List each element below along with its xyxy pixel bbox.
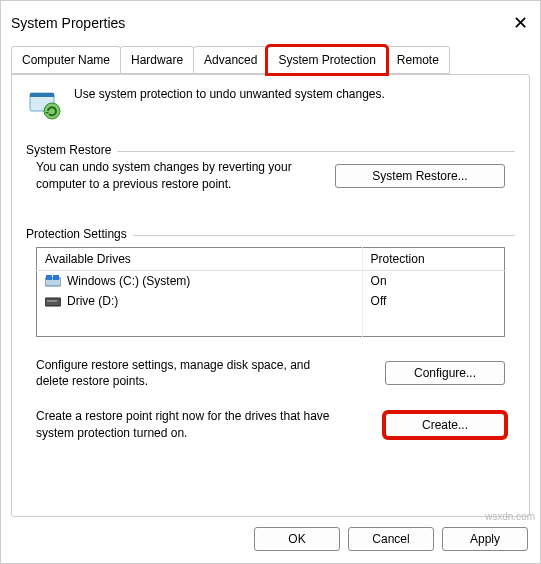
- apply-button[interactable]: Apply: [442, 527, 528, 551]
- dialog-footer: OK Cancel Apply: [1, 517, 540, 563]
- window-title: System Properties: [11, 15, 125, 31]
- tab-advanced[interactable]: Advanced: [193, 46, 268, 74]
- drive-name-label: Windows (C:) (System): [67, 274, 190, 288]
- svg-rect-8: [47, 300, 57, 302]
- svg-point-2: [44, 103, 60, 119]
- tab-computer-name[interactable]: Computer Name: [11, 46, 121, 74]
- tab-hardware[interactable]: Hardware: [120, 46, 194, 74]
- tab-strip: Computer Name Hardware Advanced System P…: [1, 45, 540, 74]
- col-protection[interactable]: Protection: [362, 247, 504, 270]
- svg-rect-6: [53, 275, 59, 280]
- table-row[interactable]: Drive (D:) Off: [37, 291, 505, 337]
- group-label-system-restore: System Restore: [26, 143, 117, 157]
- drives-table: Available Drives Protection: [36, 247, 505, 337]
- tab-system-protection[interactable]: System Protection: [267, 46, 386, 74]
- intro-text: Use system protection to undo unwanted s…: [74, 87, 385, 101]
- ok-button[interactable]: OK: [254, 527, 340, 551]
- close-icon[interactable]: ✕: [510, 12, 530, 34]
- titlebar: System Properties ✕: [1, 1, 540, 41]
- group-label-protection-settings: Protection Settings: [26, 227, 133, 241]
- system-protection-icon: [26, 87, 62, 123]
- svg-rect-1: [30, 93, 54, 97]
- drive-protection-value: On: [362, 270, 504, 291]
- group-system-restore: System Restore You can undo system chang…: [26, 143, 515, 207]
- intro-row: Use system protection to undo unwanted s…: [26, 87, 515, 123]
- group-protection-settings: Protection Settings Available Drives Pro…: [26, 227, 515, 474]
- create-button[interactable]: Create...: [385, 413, 505, 437]
- drive-protection-value: Off: [362, 291, 504, 337]
- drive-name-label: Drive (D:): [67, 294, 118, 308]
- system-restore-button[interactable]: System Restore...: [335, 164, 505, 188]
- watermark: wsxdn.com: [485, 511, 535, 522]
- create-desc: Create a restore point right now for the…: [36, 408, 336, 442]
- col-available-drives[interactable]: Available Drives: [37, 247, 363, 270]
- table-row[interactable]: Windows (C:) (System) On: [37, 270, 505, 291]
- svg-rect-5: [46, 275, 52, 280]
- cancel-button[interactable]: Cancel: [348, 527, 434, 551]
- tab-panel-system-protection: Use system protection to undo unwanted s…: [11, 74, 530, 517]
- configure-desc: Configure restore settings, manage disk …: [36, 357, 336, 391]
- system-restore-desc: You can undo system changes by reverting…: [36, 159, 321, 193]
- system-properties-dialog: System Properties ✕ Computer Name Hardwa…: [0, 0, 541, 564]
- windows-drive-icon: [45, 275, 61, 287]
- configure-button[interactable]: Configure...: [385, 361, 505, 385]
- drive-icon: [45, 295, 61, 307]
- tab-remote[interactable]: Remote: [386, 46, 450, 74]
